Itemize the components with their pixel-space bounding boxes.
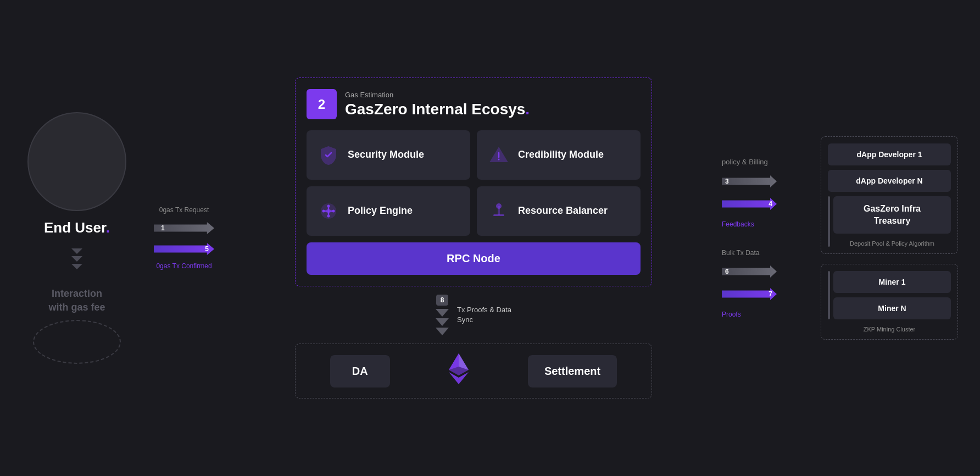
cross-icon	[318, 200, 339, 222]
zkp-mining-label: ZKP Mining Cluster	[828, 326, 951, 333]
interaction-label: Interactionwith gas fee	[48, 287, 105, 314]
main-container: End User. Interactionwith gas fee 0gas T…	[0, 0, 980, 476]
rpc-node: RPC Node	[307, 242, 641, 275]
badge-7: 7	[769, 290, 772, 298]
right-flow-4: 4	[722, 197, 810, 211]
policy-billing-label: policy & Billing	[722, 158, 810, 166]
chevron-icon-2	[71, 256, 82, 262]
miner-bracket-items: Miner 1 Miner N	[833, 271, 951, 319]
deposit-pool-label: Deposit Pool & Policy Algorithm	[833, 240, 951, 247]
da-block: DA	[330, 355, 390, 388]
badge-5: 5	[205, 245, 209, 253]
resource-balancer-card: Resource Balancer	[477, 186, 641, 236]
miner-bracket-line	[828, 271, 830, 319]
svg-point-8	[327, 215, 330, 218]
down-arrows	[71, 247, 82, 270]
svg-point-7	[327, 205, 330, 208]
proof-label: Tx Proofs & DataSync	[457, 305, 511, 325]
badge-6: 6	[725, 268, 729, 275]
resource-balancer-label: Resource Balancer	[518, 204, 608, 217]
settlement-block: Settlement	[528, 355, 617, 388]
left-arrows-section: 0gas Tx Request 1 5 0gas Tx Confirmed	[143, 206, 225, 270]
proof-sync-section: 8 Tx Proofs & DataSync	[436, 295, 511, 335]
step-2-badge: 2	[307, 89, 337, 119]
ecosystem-subtitle: Gas Estimation	[345, 91, 530, 99]
right-flow-7: 7	[722, 287, 810, 301]
svg-point-2	[498, 159, 500, 160]
confirmed-label: 0gas Tx Confirmed	[156, 262, 211, 270]
balance-icon	[488, 200, 510, 222]
ecosystem-title-area: Gas Estimation GasZero Internal Ecosys.	[345, 91, 530, 118]
security-module-card: Security Module	[307, 130, 470, 180]
credibility-module-card: Credibility Module	[477, 130, 641, 180]
module-grid: Security Module Credibility Module	[307, 130, 641, 236]
ecosystem-box: 2 Gas Estimation GasZero Internal Ecosys…	[295, 78, 652, 286]
shield-icon	[318, 144, 339, 166]
end-user-title: End User.	[44, 219, 110, 236]
request-label: 0gas Tx Request	[159, 206, 209, 214]
ecosystem-header: 2 Gas Estimation GasZero Internal Ecosys…	[307, 89, 641, 119]
step-8-badge: 8	[436, 295, 449, 306]
flow-arrow-5: 5	[154, 241, 214, 257]
triangle-icon	[488, 144, 510, 166]
proofs-label: Proofs	[722, 311, 810, 318]
eth-icon	[448, 352, 470, 390]
svg-rect-12	[498, 206, 500, 215]
miner-box: Miner 1 Miner N ZKP Mining Cluster	[821, 264, 958, 340]
svg-point-6	[326, 209, 331, 213]
badge-1: 1	[157, 223, 169, 233]
miner-bracket: Miner 1 Miner N	[828, 271, 951, 319]
ecosystem-title: GasZero Internal Ecosys.	[345, 101, 530, 118]
chevron-icon-1	[71, 248, 82, 254]
feedbacks-label: Feedbacks	[722, 220, 810, 228]
badge-3: 3	[725, 178, 729, 185]
end-user-section: End User. Interactionwith gas fee	[22, 112, 132, 364]
center-section: 2 Gas Estimation GasZero Internal Ecosys…	[236, 78, 711, 398]
bulk-tx-label: Bulk Tx Data	[722, 249, 810, 257]
chevron-icon-3	[71, 264, 82, 269]
svg-point-10	[332, 210, 335, 213]
policy-engine-card: Policy Engine	[307, 186, 470, 236]
proof-arrow-1	[436, 309, 449, 317]
proof-arrow-3	[436, 328, 449, 335]
dapp-dev-1: dApp Developer 1	[828, 143, 951, 165]
proof-arrow-2	[436, 318, 449, 326]
credibility-module-label: Credibility Module	[518, 148, 604, 161]
dapp-dev-n: dApp Developer N	[828, 170, 951, 192]
gaszero-treasury: GasZero InfraTreasury	[833, 196, 951, 234]
right-flow-3: 3	[722, 174, 810, 189]
right-middle-section: policy & Billing 3 4 Feedbacks Bulk Tx D…	[722, 158, 810, 318]
svg-rect-13	[493, 214, 504, 216]
da-settlement-box: DA Settlement	[295, 344, 652, 398]
security-module-label: Security Module	[348, 148, 424, 161]
miner-n: Miner N	[833, 297, 951, 319]
flow-arrow-1: 1	[154, 220, 214, 236]
right-section: dApp Developer 1 dApp Developer N GasZer…	[821, 136, 958, 340]
bracket-line	[828, 196, 830, 247]
dapp-box: dApp Developer 1 dApp Developer N GasZer…	[821, 136, 958, 254]
end-user-circle	[27, 112, 126, 211]
bracket-items: GasZero InfraTreasury Deposit Pool & Pol…	[833, 196, 951, 247]
dashed-circle	[33, 320, 121, 364]
right-flow-6: 6	[722, 264, 810, 279]
badge-4: 4	[769, 200, 772, 208]
policy-engine-label: Policy Engine	[348, 204, 413, 217]
svg-point-9	[322, 210, 325, 213]
miner-1: Miner 1	[833, 271, 951, 293]
treasury-bracket: GasZero InfraTreasury Deposit Pool & Pol…	[828, 196, 951, 247]
